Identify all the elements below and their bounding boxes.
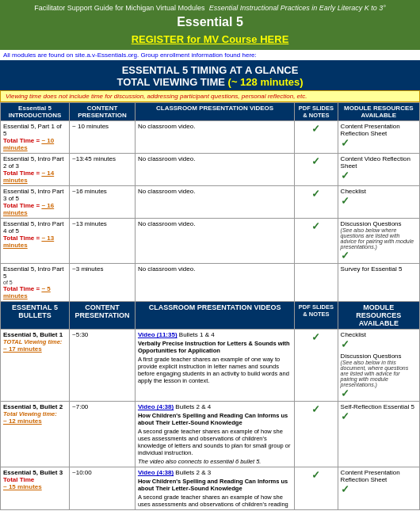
intro-row-3-content: ~16 minutes [70, 186, 136, 219]
bullet-3-video-link[interactable]: Video (4:38) [138, 469, 174, 476]
intro-row-2-pdf: ✓ [295, 154, 338, 186]
intro-row-3-resources: Checklist ✓ [338, 186, 419, 219]
bullet-row-1: Essential 5, Bullet 1 TOTAL Viewing time… [1, 330, 420, 402]
intro-row-5-pdf [295, 264, 338, 302]
bullet-row-3-title: Essential 5, Bullet 3 Total Time ~ 15 mi… [1, 467, 70, 510]
intro-row-5-resources: Survey for Essential 5 [338, 264, 419, 302]
intro-row-4: Essential 5, Intro Part 4 of 5 Total Tim… [1, 219, 420, 264]
timing-title: ESSENTIAL 5 TIMING AT A GLANCE [3, 64, 417, 76]
bullet-row-2: Essential 5, Bullet 2 Total Viewing time… [1, 402, 420, 467]
intro-row-3-video: No classroom video. [135, 186, 294, 219]
essential-practices-label: Essential Instructional Practices in Ear… [209, 4, 386, 12]
bullet-row-3-video: Video (4:38) Bullets 2 & 3 How Children'… [135, 467, 294, 510]
intro-row-1-title: Essential 5, Part 1 of 5 Total Time = ~ … [1, 121, 70, 154]
intro-row-4-video: No classroom video. [135, 219, 294, 264]
register-link[interactable]: REGISTER for MV Course HERE [5, 32, 415, 47]
intro-row-5-video: No classroom video. [135, 264, 294, 302]
intro-row-1-resources: Content Presentation Reflection Sheet ✓ [338, 121, 419, 154]
intro-row-2-title: Essential 5, Intro Part 2 of 3 Total Tim… [1, 154, 70, 186]
intro-row-2: Essential 5, Intro Part 2 of 3 Total Tim… [1, 154, 420, 186]
bullet-2-video-link[interactable]: Video (4:38) [138, 403, 174, 410]
main-table: Essential 5 INTRODUCTIONS CONTENT PRESEN… [0, 102, 420, 510]
intro-row-5-title: Essential 5, Intro Part 5 of 5 Total Tim… [1, 264, 70, 302]
bullets-col-header-videos: CLASSROOM PRESENTATION VIDEOS [135, 302, 294, 330]
bullet-row-2-content: ~7:00 [70, 402, 136, 467]
bullet-1-video-link[interactable]: Video (11:35) [138, 331, 178, 338]
bullet-row-2-resources: Self-Reflection Essential 5 ✓ [338, 402, 419, 467]
bullet-row-1-pdf: ✓ [295, 330, 338, 402]
viewing-time-value: (~ 128 minutes) [228, 76, 304, 88]
bullet-row-1-resources: Checklist ✓ Discussion Questions (See al… [338, 330, 419, 402]
intro-row-2-content: ~13:45 minutes [70, 154, 136, 186]
col-header-videos: CLASSROOM PRESENTATION VIDEOS [135, 103, 294, 121]
viewing-time: TOTAL VIEWING TIME (~ 128 minutes) [3, 76, 417, 88]
bullet-row-2-video: Video (4:38) Bullets 2 & 4 How Children'… [135, 402, 294, 467]
viewing-note: Viewing time does not include time for d… [0, 90, 420, 102]
bullet-row-3: Essential 5, Bullet 3 Total Time ~ 15 mi… [1, 467, 420, 510]
bullet-row-2-title: Essential 5, Bullet 2 Total Viewing time… [1, 402, 70, 467]
intro-row-4-title: Essential 5, Intro Part 4 of 5 Total Tim… [1, 219, 70, 264]
bullet-row-1-title: Essential 5, Bullet 1 TOTAL Viewing time… [1, 330, 70, 402]
bullet-row-1-video: Video (11:35) Bullets 1 & 4 Verbally Pre… [135, 330, 294, 402]
bullets-col-header-pdf: PDF SLIDES & NOTES [295, 302, 338, 330]
guide-title: Facilitator Support Guide for Michigan V… [5, 3, 415, 13]
intro-row-5: Essential 5, Intro Part 5 of 5 Total Tim… [1, 264, 420, 302]
modules-note-text: All modules are found on site.a.v-Essent… [3, 51, 257, 59]
bullets-col-header-resources: MODULE RESOURCES AVAILABLE [338, 302, 419, 330]
intro-row-4-content: ~13 minutes [70, 219, 136, 264]
intro-row-3: Essential 5, Intro Part 3 of 5 Total Tim… [1, 186, 420, 219]
intro-row-5-content: ~3 minutes [70, 264, 136, 302]
col-header-pdf: PDF SLIDES & NOTES [295, 103, 338, 121]
essential-number: Essential 5 [5, 13, 415, 31]
bullet-row-3-content: ~10:00 [70, 467, 136, 510]
bullets-col-header-content: CONTENT PRESENTATION [70, 302, 136, 330]
intro-row-1-content: ~ 10 minutes [70, 121, 136, 154]
intro-row-2-resources: Content Video Reflection Sheet ✓ [338, 154, 419, 186]
intro-row-4-pdf: ✓ [295, 219, 338, 264]
bullets-col-header-intro: ESSENTIAL 5 BULLETS [1, 302, 70, 330]
facilitator-guide-label: Facilitator Support Guide for Michigan V… [34, 4, 204, 12]
intro-row-1: Essential 5, Part 1 of 5 Total Time = ~ … [1, 121, 420, 154]
bullet-row-3-resources: Content Presentation Reflection Sheet ✓ [338, 467, 419, 510]
viewing-note-text: Viewing time does not include time for d… [6, 93, 307, 100]
bullet-row-3-pdf: ✓ [295, 467, 338, 510]
intro-row-2-video: No classroom video. [135, 154, 294, 186]
bullet-row-2-pdf: ✓ [295, 402, 338, 467]
modules-note: All modules are found on site.a.v-Essent… [0, 50, 420, 60]
intro-row-3-pdf: ✓ [295, 186, 338, 219]
col-header-intro: Essential 5 INTRODUCTIONS [1, 103, 70, 121]
intro-row-4-resources: Discussion Questions (See also below whe… [338, 219, 419, 264]
top-header: Facilitator Support Guide for Michigan V… [0, 0, 420, 50]
intro-row-3-title: Essential 5, Intro Part 3 of 5 Total Tim… [1, 186, 70, 219]
col-header-content: CONTENT PRESENTATION [70, 103, 136, 121]
bullets-header-row: ESSENTIAL 5 BULLETS CONTENT PRESENTATION… [1, 302, 420, 330]
timing-header: ESSENTIAL 5 TIMING AT A GLANCE TOTAL VIE… [0, 60, 420, 90]
intro-row-1-pdf: ✓ [295, 121, 338, 154]
col-header-resources: MODULE RESOURCES AVAILABLE [338, 103, 419, 121]
bullet-row-1-content: ~5:30 [70, 330, 136, 402]
intro-header-row: Essential 5 INTRODUCTIONS CONTENT PRESEN… [1, 103, 420, 121]
viewing-label: TOTAL VIEWING TIME [116, 76, 225, 88]
intro-row-1-video: No classroom video. [135, 121, 294, 154]
